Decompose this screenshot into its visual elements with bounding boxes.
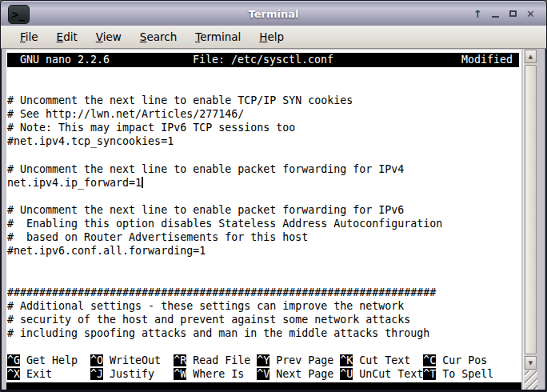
scrollbar-thumb[interactable]	[525, 65, 537, 354]
terminal-viewport[interactable]: GNU nano 2.2.6 File: /etc/sysctl.conf Mo…	[6, 50, 521, 390]
editor-line[interactable]: # based on Router Advertisements for thi…	[7, 230, 519, 244]
scrollbar[interactable]: ▲ ▼	[523, 50, 537, 390]
shortcut-key: ^C	[423, 354, 436, 366]
editor-line[interactable]: # See http://lwn.net/Articles/277146/	[7, 107, 519, 121]
editor-line[interactable]: # Enabling this option disables Stateles…	[7, 217, 519, 230]
help-row: ^G Get Help^O WriteOut^R Read File^Y Pre…	[7, 354, 519, 367]
editor-line[interactable]	[7, 149, 519, 162]
menu-item-edit[interactable]: Edit	[50, 28, 85, 46]
shortcut-where-is: ^W Where Is	[174, 367, 257, 381]
window-title: Terminal	[1, 2, 546, 26]
shortcut-read-file: ^R Read File	[174, 354, 257, 367]
bottom-band	[6, 382, 521, 390]
shortcut-key: ^V	[257, 368, 270, 380]
resize-grip[interactable]	[525, 370, 537, 390]
scroll-down-button[interactable]: ▼	[525, 356, 537, 370]
shortcut-cur-pos: ^C Cur Pos	[423, 354, 506, 367]
shortcut-key: ^O	[90, 354, 103, 366]
shortcut-to-spell: ^T To Spell	[423, 367, 506, 381]
menu-item-terminal[interactable]: Terminal	[188, 28, 248, 46]
shortcut-key: ^J	[90, 368, 103, 380]
shortcut-key: ^Y	[257, 354, 270, 366]
nano-title-bar: GNU nano 2.2.6 File: /etc/sysctl.conf Mo…	[7, 53, 519, 67]
shortcut-key: ^X	[7, 368, 20, 380]
editor-lines[interactable]: # Uncomment the next line to enable TCP/…	[7, 66, 519, 354]
editor-line[interactable]: # Uncomment the next line to enable pack…	[7, 162, 519, 176]
editor-line[interactable]: # Uncomment the next line to enable pack…	[7, 203, 519, 217]
window-controls: ↑✕	[472, 2, 537, 26]
text-cursor	[142, 177, 143, 188]
shortcut-key: ^T	[423, 368, 436, 380]
minimize-button[interactable]	[489, 7, 501, 20]
shortcut-key: ^R	[174, 354, 186, 366]
menu-item-search[interactable]: Search	[133, 28, 184, 46]
shortcut-writeout: ^O WriteOut	[90, 354, 174, 367]
editor-line[interactable]	[7, 190, 519, 203]
shortcut-exit: ^X Exit	[7, 367, 90, 381]
editor-line[interactable]: # security of the host and prevent again…	[7, 313, 519, 326]
editor-line[interactable]: # including spoofing attacks and man in …	[7, 326, 519, 340]
nano-modified-flag: Modified	[461, 53, 513, 66]
shortcut-key: ^W	[174, 368, 186, 380]
editor-line[interactable]	[7, 340, 519, 354]
shortcut-uncut-text: ^U UnCut Text	[340, 367, 423, 381]
shortcut-key: ^U	[340, 368, 353, 380]
shortcut-justify: ^J Justify	[90, 367, 174, 381]
help-row: ^X Exit^J Justify^W Where Is^V Next Page…	[7, 367, 519, 381]
scroll-up-button[interactable]: ▲	[525, 50, 537, 63]
editor-line[interactable]	[7, 271, 519, 285]
maximize-button[interactable]	[507, 7, 519, 20]
editor-line[interactable]: # Note: This may impact IPv6 TCP session…	[7, 121, 519, 134]
shortcut-next-page: ^V Next Page	[257, 367, 340, 381]
editor-line[interactable]: # Additional settings - these settings c…	[7, 299, 519, 313]
title-bar[interactable]: >_ Terminal ↑✕	[1, 1, 546, 26]
terminal-window: >_ Terminal ↑✕ FileEditViewSearchTermina…	[0, 0, 547, 392]
editor-line[interactable]: #net.ipv4.tcp_syncookies=1	[7, 134, 519, 148]
editor-line[interactable]	[7, 80, 519, 94]
editor-line[interactable]: net.ipv4.ip_forward=1	[7, 176, 519, 190]
menu-bar: FileEditViewSearchTerminalHelp	[1, 26, 546, 49]
editor-line[interactable]: # Uncomment the next line to enable TCP/…	[7, 94, 519, 107]
menu-item-help[interactable]: Help	[252, 28, 291, 46]
shortcut-get-help: ^G Get Help	[7, 354, 90, 367]
shortcut-prev-page: ^Y Prev Page	[257, 354, 340, 367]
menu-item-view[interactable]: View	[89, 28, 129, 46]
editor-line[interactable]	[7, 66, 519, 80]
nano-filename: File: /etc/sysctl.conf	[7, 53, 519, 66]
shortcut-key: ^K	[340, 354, 353, 366]
close-button[interactable]: ✕	[525, 7, 537, 20]
editor-line[interactable]	[7, 258, 519, 271]
menu-item-file[interactable]: File	[13, 28, 46, 46]
shortcut-cut-text: ^K Cut Text	[340, 354, 423, 367]
help-bar: ^G Get Help^O WriteOut^R Read File^Y Pre…	[7, 354, 519, 381]
shortcut-key: ^G	[7, 354, 20, 366]
editor-line[interactable]: #net.ipv6.conf.all.forwarding=1	[7, 244, 519, 258]
editor-line[interactable]: ########################################…	[7, 286, 519, 299]
terminal-frame: GNU nano 2.2.6 File: /etc/sysctl.conf Mo…	[2, 49, 545, 390]
shade-button[interactable]: ↑	[472, 7, 484, 20]
